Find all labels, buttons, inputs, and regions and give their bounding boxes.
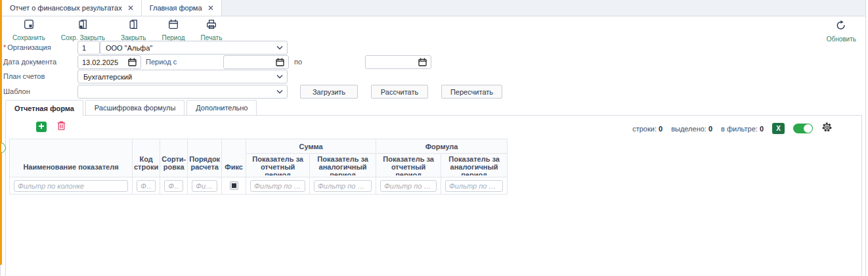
print-button[interactable]: Печать (201, 17, 223, 41)
save-button[interactable]: Сохранить (12, 17, 45, 41)
template-select[interactable] (77, 85, 288, 99)
save-label: Сохранить (12, 34, 45, 41)
sidebar-splitter-handle[interactable] (1, 142, 8, 155)
window-left-border (0, 265, 1, 276)
window-right-border (865, 0, 866, 276)
template-label: Шаблон (3, 87, 30, 95)
chart-of-accounts-select[interactable]: Бухгалтерский (77, 70, 288, 83)
column-header-sorting[interactable]: Сорти­ровка (160, 139, 188, 177)
filter-input-name[interactable] (14, 180, 128, 192)
close-button[interactable]: Закрыть (121, 17, 146, 41)
organization-label: *Организация (3, 43, 51, 51)
filter-input-row-code[interactable] (137, 180, 156, 192)
organization-code-field[interactable] (77, 41, 100, 55)
document-date-label: Дата документа (3, 58, 56, 66)
delete-row-button[interactable] (56, 122, 66, 132)
door-with-save-icon (77, 18, 89, 33)
tab-report-form[interactable]: Отчетная форма (5, 100, 83, 116)
calendar-icon (167, 18, 179, 33)
calendar-icon[interactable] (128, 58, 141, 66)
selected-counter: выделено: 0 (671, 125, 712, 133)
filter-cell-formula-prev-year (441, 177, 508, 195)
chevron-down-icon[interactable] (276, 89, 287, 94)
refresh-label: Обновить (827, 35, 856, 43)
calendar-icon[interactable] (276, 58, 288, 66)
tab-formula-breakdown[interactable]: Расшифровка формулы (85, 100, 184, 115)
settings-gear-button[interactable] (821, 122, 833, 135)
chart-of-accounts-label: План счетов (3, 72, 45, 80)
refresh-icon (835, 20, 847, 34)
period-to-label: по (294, 58, 302, 66)
period-from-field[interactable] (223, 55, 289, 69)
main-toolbar: Сохранить Сохр. Закрыть (2, 17, 865, 41)
gear-icon (821, 122, 833, 135)
group-header-formula[interactable]: Формула (376, 139, 508, 154)
chart-of-accounts-value: Бухгалтерский (78, 73, 276, 81)
close-icon[interactable] (128, 5, 133, 11)
save-close-button[interactable]: Сохр. Закрыть (61, 17, 105, 41)
tab-label: Отчет о финансовых результатах (10, 4, 122, 12)
tab-label: Главная форма (150, 4, 202, 12)
chevron-down-icon[interactable] (276, 45, 287, 50)
indeterminate-checkbox-icon (232, 183, 236, 188)
column-header-formula-prev-year[interactable]: Показатель за аналогичный период предыду… (441, 154, 508, 177)
period-button[interactable]: Период (162, 17, 185, 41)
printer-icon (206, 18, 217, 33)
fix-filter-checkbox[interactable] (230, 181, 238, 190)
organization-select[interactable]: ООО "Альфа" (100, 41, 288, 55)
period-from-label: Период с (146, 58, 177, 66)
toggle-knob (804, 124, 812, 133)
floppy-disk-icon (23, 18, 35, 33)
column-header-calc-order[interactable]: Порядок расчета (188, 139, 222, 177)
filter-cell-sum-reporting (246, 177, 310, 195)
organization-code-input[interactable] (78, 41, 99, 54)
column-header-row-code[interactable]: Код строки (133, 139, 160, 177)
filter-cell-sorting (160, 177, 188, 195)
filter-input-calc-order[interactable] (192, 180, 217, 192)
filter-input-formula-reporting[interactable] (380, 180, 437, 192)
period-to-field[interactable] (365, 55, 431, 69)
filter-cell-row-code (133, 177, 160, 195)
group-header-sum[interactable]: Сумма (246, 139, 376, 154)
column-header-fix[interactable]: Фикс (222, 139, 246, 177)
filter-cell-fix (222, 177, 246, 195)
tab-main-form[interactable]: Главная форма (142, 0, 222, 16)
filter-cell-calc-order (188, 177, 222, 195)
filter-cell-name (10, 177, 133, 195)
rows-counter: строки: 0 (632, 125, 662, 133)
refresh-button[interactable]: Обновить (827, 18, 856, 43)
column-header-name[interactable]: Наименование показателя (10, 139, 133, 177)
tab-additional[interactable]: Дополнительно (186, 100, 257, 115)
document-date-input[interactable] (78, 56, 128, 68)
filter-input-sorting[interactable] (164, 180, 183, 192)
export-excel-button[interactable]: X (772, 123, 785, 134)
chevron-down-icon[interactable] (276, 74, 287, 79)
column-header-sum-prev-year[interactable]: Показатель за аналогичный период предыду… (310, 154, 376, 177)
filtered-counter: в фильтре: 0 (721, 125, 764, 133)
tab-financial-results-report[interactable]: Отчет о финансовых результатах (2, 0, 142, 16)
filter-toggle[interactable] (793, 124, 813, 133)
door-icon (127, 18, 139, 33)
view-tab-bar: Отчетная форма Расшифровка формулы Допол… (5, 100, 259, 116)
document-date-field[interactable] (77, 55, 141, 69)
column-header-formula-reporting-period[interactable]: Показатель за отчетный период (376, 154, 441, 177)
filter-input-sum-prev-year[interactable] (314, 180, 372, 192)
calculate-button[interactable]: Рассчитать (371, 85, 428, 99)
filter-input-formula-prev-year[interactable] (445, 180, 503, 192)
grid-status-bar: строки: 0 выделено: 0 в фильтре: 0 X (632, 122, 833, 135)
column-header-sum-reporting-period[interactable]: Показатель за отчетный период (246, 154, 310, 177)
filter-cell-formula-reporting (376, 177, 441, 195)
period-from-input[interactable] (224, 56, 276, 68)
plus-icon (37, 121, 45, 133)
half-circle-handle-icon (1, 143, 6, 153)
filter-input-sum-reporting[interactable] (250, 180, 305, 192)
trash-icon (56, 120, 66, 133)
window-tab-bar: Отчет о финансовых результатах Главная ф… (2, 0, 865, 16)
add-row-button[interactable] (36, 122, 47, 132)
indicators-table: Наименование показателя Код строки Сорти… (9, 139, 508, 195)
load-button[interactable]: Загрузить (300, 85, 358, 99)
close-icon[interactable] (208, 5, 213, 11)
period-to-input[interactable] (366, 56, 418, 68)
calendar-icon[interactable] (418, 58, 431, 66)
recalculate-button[interactable]: Пересчитать (441, 85, 502, 99)
